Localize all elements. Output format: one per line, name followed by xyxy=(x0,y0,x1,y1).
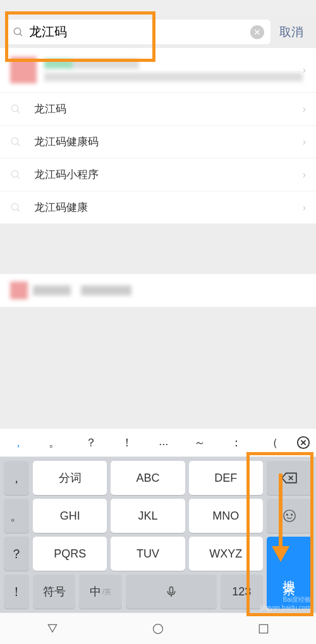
nav-recent-icon[interactable] xyxy=(257,623,270,635)
suggestion-text: 龙江码小程序 xyxy=(34,167,303,182)
status-bar xyxy=(0,0,316,16)
nav-bar xyxy=(0,612,316,644)
svg-line-5 xyxy=(17,143,20,146)
svg-line-7 xyxy=(17,176,20,179)
search-icon xyxy=(10,104,21,115)
clear-icon[interactable]: ✕ xyxy=(250,25,264,39)
key-def[interactable]: DEF xyxy=(189,461,263,495)
search-bar: ✕ 取消 xyxy=(0,16,316,48)
punct-key[interactable]: ！ xyxy=(109,429,146,456)
chevron-right-icon: › xyxy=(303,169,306,181)
key-jkl[interactable]: JKL xyxy=(111,499,185,533)
cancel-button[interactable]: 取消 xyxy=(270,24,310,40)
key-pqrs[interactable]: PQRS xyxy=(33,537,107,571)
suggestion-item[interactable]: 龙江码 › xyxy=(0,93,316,126)
keyboard: ， 。 ？ ！ ... ～ ： （ ， 。 ？ ！ 分词 ABC DEF GHI… xyxy=(0,429,316,612)
svg-point-4 xyxy=(11,138,18,145)
svg-line-3 xyxy=(17,110,20,113)
svg-point-17 xyxy=(284,510,295,522)
microphone-icon xyxy=(165,585,178,598)
suggestion-item[interactable]: 龙江码小程序 › xyxy=(0,158,316,191)
spacer xyxy=(0,224,316,274)
chevron-right-icon: › xyxy=(303,64,306,76)
smile-icon xyxy=(283,509,296,523)
punct-key-exclaim[interactable]: ！ xyxy=(4,575,29,609)
punct-key[interactable]: ... xyxy=(145,429,182,456)
key-symbol[interactable]: 符号 xyxy=(33,575,75,609)
chevron-right-icon: › xyxy=(303,104,306,115)
search-box[interactable]: ✕ xyxy=(6,20,270,44)
svg-point-6 xyxy=(11,170,18,177)
svg-marker-22 xyxy=(49,624,57,632)
nav-back-icon[interactable] xyxy=(46,623,59,635)
svg-point-23 xyxy=(153,624,162,633)
chevron-right-icon: › xyxy=(303,202,306,213)
suggestion-text: 龙江码健康 xyxy=(34,200,303,215)
search-icon xyxy=(10,136,21,148)
suggestion-text: 龙江码健康码 xyxy=(34,134,303,149)
key-mic[interactable] xyxy=(126,575,217,609)
suggestion-list: 龙江码 › 龙江码健康码 › 龙江码小程序 › 龙江码健康 › xyxy=(0,93,316,224)
svg-point-18 xyxy=(286,514,288,515)
key-backspace[interactable] xyxy=(267,461,312,495)
svg-point-8 xyxy=(11,203,18,210)
blur-text xyxy=(33,285,71,295)
nav-home-icon[interactable] xyxy=(152,623,164,635)
key-language[interactable]: 中/英 xyxy=(79,575,121,609)
close-icon[interactable] xyxy=(291,429,316,456)
key-emoji[interactable] xyxy=(267,499,312,533)
blurred-result[interactable] xyxy=(0,274,316,307)
punct-key[interactable]: ～ xyxy=(182,429,219,456)
punct-key[interactable]: （ xyxy=(255,429,291,456)
suggestion-text: 龙江码 xyxy=(34,102,303,116)
svg-point-2 xyxy=(11,105,18,112)
punct-key-period[interactable]: 。 xyxy=(4,499,29,533)
svg-rect-13 xyxy=(169,587,173,593)
suggestion-item[interactable]: 龙江码健康码 › xyxy=(0,126,316,158)
result-text xyxy=(44,59,303,81)
svg-line-1 xyxy=(20,33,22,36)
svg-point-19 xyxy=(291,514,293,515)
chevron-right-icon: › xyxy=(303,136,306,148)
blur-avatar xyxy=(10,282,28,299)
watermark: Bai度经验 jingyan.baidu.com xyxy=(260,595,311,611)
key-segment[interactable]: 分词 xyxy=(33,461,107,495)
search-icon xyxy=(13,27,24,38)
result-avatar xyxy=(10,57,37,83)
punctuation-row: ， 。 ？ ！ ... ～ ： （ xyxy=(0,429,316,457)
punct-key[interactable]: ？ xyxy=(73,429,109,456)
key-ghi[interactable]: GHI xyxy=(33,499,107,533)
key-wxyz[interactable]: WXYZ xyxy=(189,537,263,571)
key-number[interactable]: 123 xyxy=(221,575,263,609)
punct-key-question[interactable]: ？ xyxy=(4,537,29,571)
punct-key[interactable]: ， xyxy=(0,429,37,456)
svg-rect-24 xyxy=(259,624,267,633)
key-tuv[interactable]: TUV xyxy=(111,537,185,571)
search-icon xyxy=(10,202,21,213)
punct-key[interactable]: 。 xyxy=(37,429,73,456)
backspace-icon xyxy=(281,472,298,484)
suggestion-item[interactable]: 龙江码健康 › xyxy=(0,191,316,224)
svg-point-0 xyxy=(14,28,21,35)
punct-key-comma[interactable]: ， xyxy=(4,461,29,495)
search-icon xyxy=(10,169,21,181)
punct-key[interactable]: ： xyxy=(218,429,255,456)
blur-text xyxy=(81,285,131,295)
top-result[interactable]: › xyxy=(0,48,316,93)
svg-line-9 xyxy=(17,209,20,212)
key-abc[interactable]: ABC xyxy=(111,461,185,495)
search-input[interactable] xyxy=(29,25,250,39)
key-mno[interactable]: MNO xyxy=(189,499,263,533)
